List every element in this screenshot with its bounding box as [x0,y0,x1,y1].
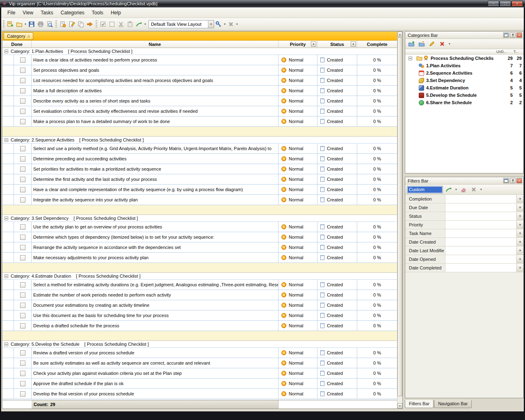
task-name[interactable]: Select a method for estimating activity … [32,280,278,290]
new-task-icon[interactable] [58,20,67,29]
task-name[interactable]: Make necessary adjustments to your proce… [32,253,278,262]
task-status-cell[interactable]: Created [317,106,357,116]
task-status-cell[interactable]: Created [317,290,357,300]
task-row[interactable]: Determine preceding and succeeding activ… [2,154,397,164]
task-name[interactable]: Determine which types of dependency (ite… [32,232,278,242]
task-row[interactable]: Make a full description of activities No… [2,86,397,96]
delete-filter-icon[interactable] [469,185,478,194]
task-status-cell[interactable]: Created [317,65,357,75]
task-status-cell[interactable]: Created [317,164,357,174]
task-status-cell[interactable]: Created [317,358,357,368]
task-status-cell[interactable]: Created [317,55,357,65]
task-priority-cell[interactable]: Normal [278,195,317,205]
column-header-done[interactable]: Done [2,41,32,48]
task-row[interactable]: Use this document as the basis for sched… [2,310,397,321]
task-row[interactable]: Determine which types of dependency (ite… [2,232,397,242]
collapse-icon[interactable] [5,342,8,346]
task-status-cell[interactable]: Created [317,321,357,331]
task-done-checkbox[interactable] [20,313,25,318]
category-tree-item[interactable]: 5.Develop the Schedule 5 5 [405,91,523,99]
task-name[interactable]: Set priorities for activities to make a … [32,164,278,174]
save-filter-caret[interactable]: ▼ [455,188,457,191]
menu-tools[interactable]: Tools [88,9,107,17]
paste-icon[interactable] [126,20,135,29]
task-priority-cell[interactable]: Normal [278,154,317,164]
undone-column-header[interactable]: UnD... [496,50,514,54]
task-name[interactable]: Rearrange the activity sequence in accor… [32,242,278,252]
task-row[interactable]: Approve the drafted schedule if the plan… [2,379,397,389]
task-name[interactable]: Integrate the activity sequence into you… [32,195,278,205]
task-name[interactable]: Develop a drafted schedule for the proce… [32,321,278,331]
task-done-checkbox[interactable] [20,323,25,329]
task-done-checkbox[interactable] [20,167,25,172]
task-row[interactable]: Determine the first activity and the las… [2,174,397,185]
task-priority-cell[interactable]: Normal [278,96,317,106]
filters-toolbar-caret[interactable]: ▼ [480,188,482,191]
task-name[interactable]: Make a process plan to have a detailed s… [32,116,278,126]
task-row[interactable]: Use the activity plan to get an overview… [2,222,397,232]
collapse-icon[interactable] [5,274,8,278]
task-priority-cell[interactable]: Normal [278,389,317,399]
menu-categories[interactable]: Categories [57,9,88,17]
task-row[interactable]: List resources needed for accomplishing … [2,75,397,86]
task-priority-cell[interactable]: Normal [278,116,317,126]
task-priority-cell[interactable]: Normal [278,164,317,174]
task-priority-cell[interactable]: Normal [278,368,317,378]
task-done-checkbox[interactable] [20,68,25,73]
categories-toolbar-caret[interactable]: ▼ [448,43,451,45]
category-group-header[interactable]: Category: 1.Plan Activities [ Process Sc… [2,48,397,55]
mark-done-icon[interactable] [98,20,107,29]
menu-file[interactable]: File [4,9,19,17]
filter-dropdown-button[interactable]: ▼ [516,247,523,255]
filter-field-value[interactable] [445,264,516,272]
task-done-checkbox[interactable] [20,98,25,104]
task-status-cell[interactable]: Created [317,348,357,358]
task-status-cell[interactable]: Created [317,116,357,126]
task-row[interactable]: Set evaluation criteria to check activit… [2,106,397,116]
task-done-checkbox[interactable] [20,245,25,250]
filter-dropdown-button[interactable]: ▼ [516,195,523,203]
filter-dropdown-button[interactable]: ▼ [516,255,523,263]
task-status-cell[interactable]: Created [317,96,357,106]
task-name[interactable]: Approve the drafted schedule if the plan… [32,379,278,388]
group-by-category-chip[interactable]: Category △ [4,32,33,40]
chevron-down-icon[interactable]: ▼ [208,21,214,28]
attach-dropdown-caret[interactable]: ▼ [224,23,226,25]
edit-category-icon[interactable] [427,39,436,48]
task-row[interactable]: Be sure activity estimates as well as ac… [2,358,397,368]
filter-dropdown-button[interactable]: ▼ [516,212,523,220]
tab-navigation-bar[interactable]: Navigation Bar [434,400,472,408]
column-header-status[interactable]: Status▼ [317,41,357,48]
task-status-cell[interactable]: Created [317,389,357,399]
task-status-cell[interactable]: Created [317,185,357,194]
task-done-checkbox[interactable] [20,57,25,63]
task-priority-cell[interactable]: Normal [278,185,317,194]
edit-task-icon[interactable] [67,20,76,29]
close-button[interactable]: × [511,1,523,7]
task-status-cell[interactable]: Created [317,222,357,232]
task-row[interactable]: Describe every activity as a series of s… [2,96,397,106]
filter-field-value[interactable] [445,247,516,255]
filter-dropdown-button[interactable]: ▼ [516,238,523,246]
task-name[interactable]: Determine the first activity and the las… [32,174,278,184]
task-done-checkbox[interactable] [20,177,25,182]
task-priority-cell[interactable]: Normal [278,280,317,290]
category-tree-item[interactable]: 3.Set Dependency 4 4 [405,77,523,84]
task-done-checkbox[interactable] [20,292,25,298]
pin-icon[interactable] [510,32,516,38]
task-done-checkbox[interactable] [20,88,25,94]
collapse-icon[interactable] [5,50,8,53]
minimize-button[interactable]: – [488,1,499,7]
task-row[interactable]: Rearrange the activity sequence in accor… [2,242,397,253]
task-name[interactable]: Use this document as the basis for sched… [32,310,278,320]
menu-tasks[interactable]: Tasks [37,9,57,17]
task-row[interactable]: Make a process plan to have a detailed s… [2,116,397,127]
collapse-icon[interactable] [409,57,412,60]
task-row[interactable]: Have a clear idea of activities needed t… [2,55,397,65]
task-name[interactable]: List resources needed for accomplishing … [32,75,278,85]
task-name[interactable]: Document your estimations by creating an… [32,300,278,310]
task-name[interactable]: Select and use a priority method (e.g. G… [32,144,278,153]
task-row[interactable]: Integrate the activity sequence into you… [2,195,397,205]
pin-icon[interactable] [510,178,516,183]
task-done-checkbox[interactable] [20,224,25,230]
